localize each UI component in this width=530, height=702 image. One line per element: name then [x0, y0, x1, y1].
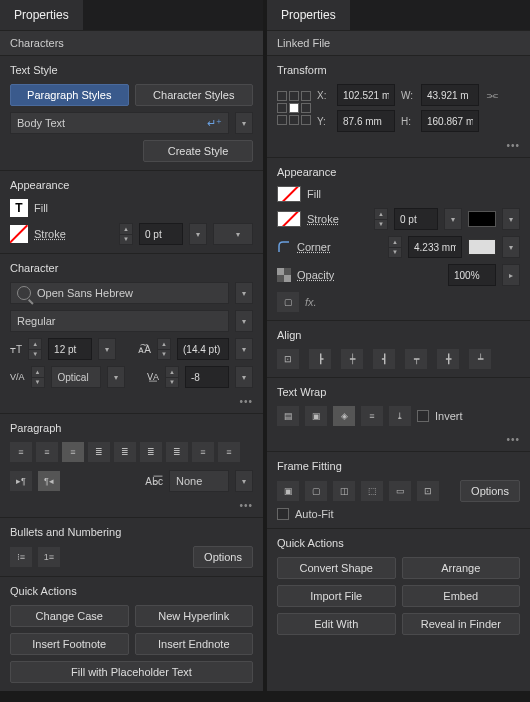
paragraph-styles-button[interactable]: Paragraph Styles	[10, 84, 129, 106]
w-input[interactable]	[421, 84, 479, 106]
more-icon[interactable]: •••	[267, 140, 530, 157]
more-icon[interactable]: •••	[0, 500, 263, 517]
fit-prop-button[interactable]: ▢	[305, 481, 327, 501]
tracking-dropdown[interactable]: ▾	[235, 366, 253, 388]
content-aware-button[interactable]: ◫	[333, 481, 355, 501]
corner-shape-swatch[interactable]	[468, 239, 496, 255]
convert-shape-button[interactable]: Convert Shape	[277, 557, 396, 579]
more-icon[interactable]: •••	[267, 434, 530, 451]
opacity-label[interactable]: Opacity	[297, 269, 334, 281]
corner-stepper[interactable]: ▲▼	[388, 236, 402, 258]
justify-center-button[interactable]: ≣	[114, 442, 136, 462]
stroke-weight-input[interactable]	[394, 208, 438, 230]
stroke-swatch[interactable]	[277, 211, 301, 227]
kerning-select[interactable]: Optical	[51, 366, 101, 388]
frame-fitting-options-button[interactable]: Options	[460, 480, 520, 502]
align-top-button[interactable]: ┯	[405, 349, 427, 369]
embed-button[interactable]: Embed	[402, 585, 521, 607]
wrap-none-button[interactable]: ▤	[277, 406, 299, 426]
reference-point-grid[interactable]	[277, 91, 311, 125]
stroke-weight-dropdown[interactable]: ▾	[444, 208, 462, 230]
align-left-button[interactable]: ┣	[309, 349, 331, 369]
x-input[interactable]	[337, 84, 395, 106]
font-size-input[interactable]	[48, 338, 92, 360]
insert-footnote-button[interactable]: Insert Footnote	[10, 633, 129, 655]
corner-size-input[interactable]	[408, 236, 462, 258]
autofit-checkbox[interactable]	[277, 508, 289, 520]
stroke-weight-dropdown[interactable]: ▾	[189, 223, 207, 245]
tab-properties[interactable]: Properties	[0, 0, 84, 30]
center-content-button[interactable]: ⊡	[417, 481, 439, 501]
corner-shape-dropdown[interactable]: ▾	[502, 236, 520, 258]
stroke-swatch-icon[interactable]	[10, 225, 28, 243]
hyphenation-select[interactable]: None	[169, 470, 229, 492]
fit-content-button[interactable]: ▭	[389, 481, 411, 501]
arrange-button[interactable]: Arrange	[402, 557, 521, 579]
y-input[interactable]	[337, 110, 395, 132]
align-right-button[interactable]: ≡	[62, 442, 84, 462]
create-style-button[interactable]: Create Style	[143, 140, 253, 162]
ltr-button[interactable]: ▸¶	[10, 471, 32, 491]
font-weight-dropdown[interactable]: ▾	[235, 310, 253, 332]
reveal-in-finder-button[interactable]: Reveal in Finder	[402, 613, 521, 635]
constrain-icon[interactable]: ⫘	[485, 88, 498, 103]
insert-endnote-button[interactable]: Insert Endnote	[135, 633, 254, 655]
bullets-options-button[interactable]: Options	[193, 546, 253, 568]
leading-dropdown[interactable]: ▾	[235, 338, 253, 360]
align-center-button[interactable]: ≡	[36, 442, 58, 462]
font-size-dropdown[interactable]: ▾	[98, 338, 116, 360]
align-right-button[interactable]: ┫	[373, 349, 395, 369]
fill-swatch[interactable]	[277, 186, 301, 202]
more-icon[interactable]: •••	[0, 396, 263, 413]
justify-all-button[interactable]: ≣	[166, 442, 188, 462]
character-styles-button[interactable]: Character Styles	[135, 84, 254, 106]
align-away-spine-button[interactable]: ≡	[218, 442, 240, 462]
stroke-label[interactable]: Stroke	[34, 228, 66, 240]
align-hcenter-button[interactable]: ┿	[341, 349, 363, 369]
style-dropdown[interactable]: ▾	[235, 112, 253, 134]
leading-input[interactable]	[177, 338, 229, 360]
text-frame-options-icon[interactable]: ▢	[277, 292, 299, 312]
fill-swatch-icon[interactable]: T	[10, 199, 28, 217]
opacity-slider-toggle[interactable]: ▸	[502, 264, 520, 286]
stroke-style-swatch[interactable]	[468, 211, 496, 227]
align-bounds-icon[interactable]: ⊡	[277, 349, 299, 369]
align-left-button[interactable]: ≡	[10, 442, 32, 462]
font-size-stepper[interactable]: ▲▼	[28, 338, 42, 360]
align-bottom-button[interactable]: ┷	[469, 349, 491, 369]
tracking-input[interactable]	[185, 366, 229, 388]
corner-label[interactable]: Corner	[297, 241, 331, 253]
stroke-style-dropdown[interactable]: ▾	[502, 208, 520, 230]
wrap-next-button[interactable]: ⤓	[389, 406, 411, 426]
style-select[interactable]: Body Text ↵⁺	[10, 112, 229, 134]
hyphenation-dropdown[interactable]: ▾	[235, 470, 253, 492]
align-toward-spine-button[interactable]: ≡	[192, 442, 214, 462]
leading-stepper[interactable]: ▲▼	[157, 338, 171, 360]
kerning-dropdown[interactable]: ▾	[107, 366, 125, 388]
stroke-style-select[interactable]: ▾	[213, 223, 253, 245]
rtl-button[interactable]: ¶◂	[38, 471, 60, 491]
font-family-dropdown[interactable]: ▾	[235, 282, 253, 304]
stroke-stepper[interactable]: ▲▼	[119, 223, 133, 245]
fx-icon[interactable]: fx.	[305, 296, 317, 308]
import-file-button[interactable]: Import File	[277, 585, 396, 607]
h-input[interactable]	[421, 110, 479, 132]
change-case-button[interactable]: Change Case	[10, 605, 129, 627]
fill-placeholder-button[interactable]: Fill with Placeholder Text	[10, 661, 253, 683]
align-vcenter-button[interactable]: ╋	[437, 349, 459, 369]
justify-right-button[interactable]: ≣	[140, 442, 162, 462]
opacity-input[interactable]	[448, 264, 496, 286]
justify-left-button[interactable]: ≣	[88, 442, 110, 462]
font-weight-select[interactable]: Regular	[10, 310, 229, 332]
fit-frame-button[interactable]: ⬚	[361, 481, 383, 501]
numbered-list-button[interactable]: 1≡	[38, 547, 60, 567]
wrap-bounding-button[interactable]: ▣	[305, 406, 327, 426]
stroke-stepper[interactable]: ▲▼	[374, 208, 388, 230]
stroke-label[interactable]: Stroke	[307, 213, 339, 225]
bulleted-list-button[interactable]: ⁝≡	[10, 547, 32, 567]
invert-checkbox[interactable]	[417, 410, 429, 422]
wrap-jump-button[interactable]: ≡	[361, 406, 383, 426]
new-hyperlink-button[interactable]: New Hyperlink	[135, 605, 254, 627]
tracking-stepper[interactable]: ▲▼	[165, 366, 179, 388]
fill-frame-button[interactable]: ▣	[277, 481, 299, 501]
